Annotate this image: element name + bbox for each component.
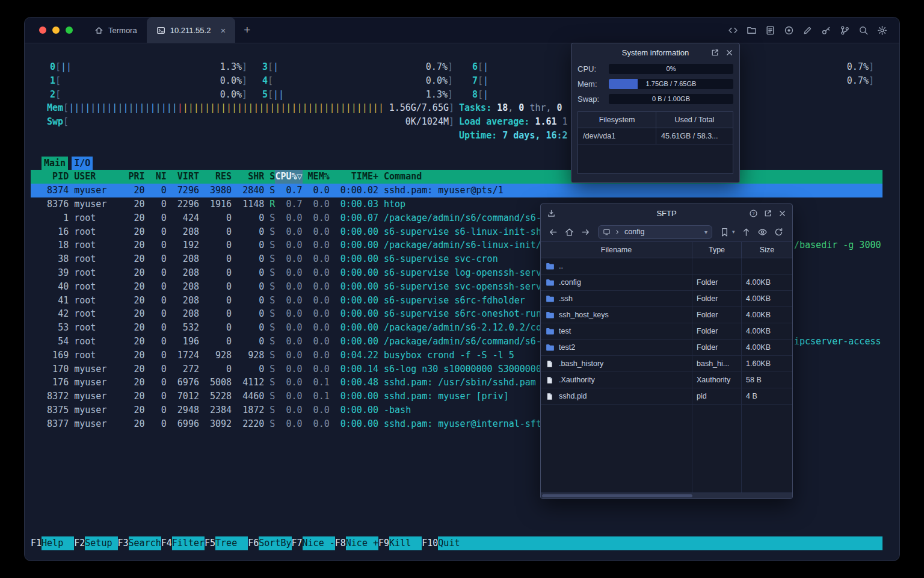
process-row-8374[interactable]: 8374 myuser 20 0 7296 3980 2840 S 0.7 0.…	[31, 184, 882, 197]
forward-icon[interactable]	[581, 227, 591, 237]
cell-user: root	[74, 307, 128, 321]
cell-ni: 0	[145, 211, 167, 225]
open-in-window-icon[interactable]	[763, 209, 772, 218]
cell-command: -bash	[378, 403, 411, 417]
code-icon[interactable]	[728, 25, 738, 36]
cell-shr: 0	[232, 362, 264, 376]
cell-res: RES	[199, 170, 232, 184]
file-row[interactable]: ..	[541, 258, 792, 275]
file-row[interactable]: .sshFolder4.00KB	[541, 291, 792, 307]
refresh-icon[interactable]	[774, 227, 784, 237]
htop-tab-io[interactable]: I/O	[72, 157, 93, 170]
fkey-f1[interactable]: F1Help	[31, 536, 74, 550]
svg-text:?: ?	[752, 211, 755, 216]
bookmark-icon[interactable]	[719, 227, 730, 237]
cell-shr: 0	[232, 335, 264, 349]
back-icon[interactable]	[548, 227, 558, 237]
cell-cpu: 0.0	[275, 417, 302, 431]
cell-pri: 20	[129, 252, 145, 266]
edit-icon[interactable]	[802, 25, 813, 36]
fkey-f4[interactable]: F4Filter	[161, 536, 205, 550]
fkey-f6[interactable]: F6SortBy	[248, 536, 291, 550]
close-tab-icon[interactable]: ×	[220, 26, 226, 35]
fkey-f7[interactable]: F7Nice -	[292, 536, 335, 550]
terminal-line: 0[||1.3%]3[|0.7%]6[|0.7%]	[31, 60, 882, 74]
size-column-header[interactable]: Size	[741, 242, 792, 258]
cell-ni: 0	[145, 349, 167, 362]
filename-column-header[interactable]: Filename	[541, 242, 692, 258]
process-table-header[interactable]: PID USER PRI NI VIRT RES SHR SCPU%▽ MEM%…	[31, 170, 882, 184]
cpu-meter-1: 1[0.0%]	[50, 74, 247, 88]
close-window-button[interactable]	[39, 26, 46, 34]
file-row[interactable]: testFolder4.00KB	[541, 323, 792, 340]
logs-icon[interactable]	[765, 25, 775, 36]
cell-pri: 20	[129, 238, 145, 252]
record-icon[interactable]	[784, 25, 794, 36]
eye-icon[interactable]	[757, 227, 768, 237]
bookmark-caret-icon[interactable]: ▾	[732, 229, 735, 235]
filesystem-row[interactable]: /dev/vda145.61GB / 58.3...	[578, 128, 733, 144]
cell-ni: 0	[145, 280, 167, 294]
cell-pid: 176	[31, 376, 74, 390]
fkey-f9[interactable]: F9Kill	[378, 536, 422, 550]
path-breadcrumb[interactable]: config ▾	[598, 225, 712, 239]
tab-termora[interactable]: Termora	[85, 17, 147, 43]
fkey-f2[interactable]: F2Setup	[74, 536, 117, 550]
filename-cell: ..	[541, 261, 692, 271]
cell-user: myuser	[74, 184, 128, 197]
new-tab-button[interactable]: +	[235, 17, 259, 43]
type-column-header[interactable]: Type	[692, 242, 741, 258]
htop-tab-main[interactable]: Main	[42, 157, 68, 170]
settings-icon[interactable]	[877, 25, 887, 36]
cell-res: 928	[199, 349, 232, 362]
cell-ni: NI	[145, 170, 167, 184]
cell-pid: 54	[31, 335, 74, 349]
zoom-window-button[interactable]	[66, 26, 73, 34]
download-icon[interactable]	[547, 209, 556, 218]
branch-icon[interactable]	[840, 25, 850, 36]
cell-pri: 20	[129, 184, 145, 197]
chevron-down-icon[interactable]: ▾	[704, 229, 707, 235]
cell-ni: 0	[145, 335, 167, 349]
fkey-f8[interactable]: F8Nice +	[335, 536, 378, 550]
cell-time: 0:04.22	[330, 349, 378, 362]
cell-command: sshd.pam: myuser@pts/1	[378, 184, 504, 197]
cell-shr: 0	[232, 238, 264, 252]
search-icon[interactable]	[858, 25, 869, 36]
cell-command: s6-log n30 s10000000 S3000000	[378, 362, 541, 376]
file-row[interactable]: ssh_host_keysFolder4.00KB	[541, 307, 792, 323]
type-cell: Folder	[692, 278, 741, 287]
file-row[interactable]: .configFolder4.00KB	[541, 275, 792, 291]
horizontal-scrollbar[interactable]	[541, 493, 792, 499]
file-row[interactable]: sshd.pidpid4 B	[541, 388, 792, 405]
folder-icon[interactable]	[747, 25, 757, 36]
file-icon	[546, 375, 555, 385]
fkey-f10[interactable]: F10Quit	[422, 536, 470, 550]
file-row[interactable]: .XauthorityXauthority58 B	[541, 372, 792, 388]
cell-pid: 1	[31, 211, 74, 225]
home-icon[interactable]	[564, 227, 574, 237]
scrollbar-thumb[interactable]	[542, 494, 692, 497]
size-cell: 58 B	[741, 376, 792, 384]
open-in-window-icon[interactable]	[710, 48, 719, 57]
up-directory-icon[interactable]	[741, 227, 751, 237]
cell-command: s6-supervise s6rc-oneshot-run	[378, 307, 541, 321]
tab-ssh-session[interactable]: 10.211.55.2 ×	[147, 17, 235, 43]
file-row[interactable]: .bash_historybash_hi...1.60KB	[541, 356, 792, 372]
filesystem-table-header: Filesystem Used / Total	[578, 112, 733, 128]
minimize-window-button[interactable]	[52, 26, 60, 34]
file-row[interactable]: test2Folder4.00KB	[541, 340, 792, 356]
close-icon[interactable]	[725, 48, 734, 57]
close-icon[interactable]	[778, 209, 787, 218]
cell-pri: 20	[129, 349, 145, 362]
cell-user: root	[74, 321, 128, 335]
fkey-f5[interactable]: F5Tree	[205, 536, 248, 550]
fkey-f3[interactable]: F3Search	[118, 536, 161, 550]
sftp-table-header: Filename Type Size	[541, 241, 792, 258]
cell-shr: 0	[232, 294, 264, 308]
cell-user: root	[74, 225, 128, 239]
cell-mem: MEM%	[303, 170, 330, 184]
cell-shr: 4460	[232, 390, 264, 403]
help-icon[interactable]: ?	[749, 209, 758, 218]
key-icon[interactable]	[821, 25, 831, 36]
